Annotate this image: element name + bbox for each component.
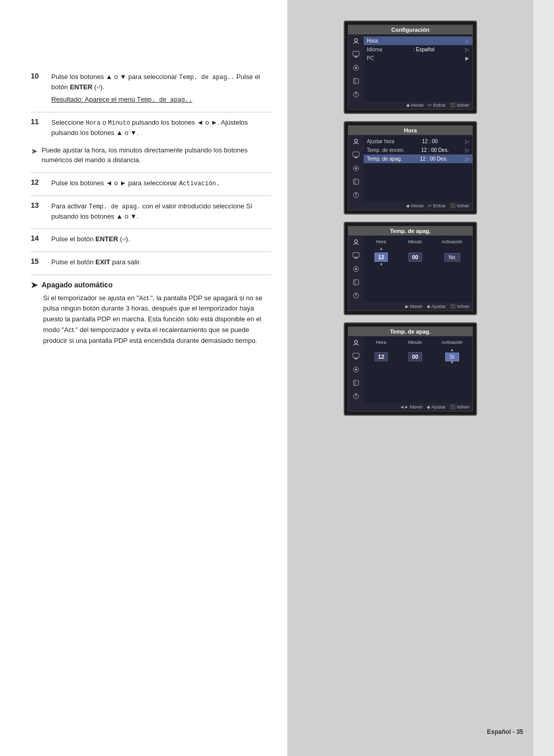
sidebar-icons-1 <box>348 34 364 101</box>
step-number-10: 10 <box>31 72 46 80</box>
timer-minuto-val-1: 00 <box>408 253 422 262</box>
sidebar-icon-1e <box>351 90 361 99</box>
screen-temp-apag-2-title: Temp. de apag. <box>348 327 472 336</box>
timer-hora-val-1: 12 <box>374 253 388 262</box>
svg-point-18 <box>354 240 358 243</box>
col-header-activacion-2: Activación <box>435 340 470 345</box>
svg-rect-11 <box>354 157 358 158</box>
sidebar-icon-2a <box>351 137 361 146</box>
svg-point-22 <box>355 268 357 270</box>
step-10-text: Pulse los botones ▲ o ▼ para seleccionar… <box>51 73 260 91</box>
step-10-result: Resultado: Aparece el menú Temp. de apag… <box>51 94 272 105</box>
sidebar-icon-1a <box>351 36 361 46</box>
menu-row-hora: Hora ▷ <box>364 36 472 45</box>
up-hora-1: ▲ <box>367 246 395 251</box>
sidebar-icons-2 <box>348 135 364 202</box>
hora-arrow: ▷ <box>465 38 469 44</box>
footer-mover-2: ◆ Mover <box>406 203 424 208</box>
step-13: 13 Para activar Temp. de apag. con el va… <box>31 201 272 222</box>
label-ajustar-hora: Ajustar hora <box>367 139 394 144</box>
value-ajustar-hora: 12 : 00 <box>422 139 438 144</box>
sidebar-icons-4 <box>348 336 364 403</box>
step-number-15: 15 <box>31 257 46 265</box>
svg-point-27 <box>354 340 358 343</box>
svg-rect-29 <box>354 358 358 359</box>
col-header-hora-1: Hora <box>367 239 395 244</box>
step-number-14: 14 <box>31 234 46 242</box>
footer-volver-4: ⬛ Volver <box>450 404 469 410</box>
footer-volver-2: ⬛ Volver <box>450 203 469 208</box>
step-11-content: Seleccione Hora o Minuto pulsando los bo… <box>51 118 272 138</box>
menu-row-idioma: Idioma : Español ▷ <box>364 45 472 54</box>
step-12: 12 Pulse los botones ◄ o ► para seleccio… <box>31 178 272 188</box>
sidebar-icon-4e <box>351 392 361 401</box>
step-15: 15 Pulse el botón EXIT para salir. <box>31 257 272 267</box>
sidebar-icon-3e <box>351 291 361 300</box>
menu-label-hora: Hora <box>367 38 378 44</box>
col-header-minuto-1: Minuto <box>401 239 429 244</box>
svg-point-4 <box>355 67 357 69</box>
step-10: 10 Pulse los botones ▲ o ▼ para seleccio… <box>31 72 272 105</box>
col-header-activacion-1: Activación <box>435 239 470 244</box>
screen-temp-apag-2-content: Hora Minuto Activación 12 00 ▲ <box>364 336 472 403</box>
sidebar-icon-4d <box>351 378 361 387</box>
sidebar-icon-3a <box>351 238 361 247</box>
screens-column: Configuración <box>287 0 533 756</box>
sidebar-icon-3b <box>351 251 361 260</box>
timer-minuto-val-2: 00 <box>408 352 422 361</box>
step-14-content: Pulse el botón ENTER (⏎). <box>51 234 272 244</box>
down-hora-1: ▼ <box>367 262 395 267</box>
footer-entrar-2: ↩ Entrar <box>428 203 446 208</box>
menu-label-pc: PC <box>367 55 374 61</box>
apagado-text: Si el temporizador se ajusta en "Act.", … <box>43 293 272 346</box>
step-11: 11 Seleccione Hora o Minuto pulsando los… <box>31 118 272 138</box>
value-temp-encen: 12 : 00 Des. <box>421 147 449 153</box>
temp-encen-arrow: ▷ <box>465 147 469 153</box>
svg-point-31 <box>355 369 357 371</box>
col-header-hora-2: Hora <box>367 340 395 345</box>
svg-point-13 <box>355 167 357 169</box>
up-activacion-2: ▲ <box>435 347 470 352</box>
apagado-title: ➤ Apagado automático <box>31 280 272 290</box>
screen-configuracion-content: Hora ▷ Idioma : Español ▷ PC ▶ <box>364 34 472 101</box>
timer-activacion-val-1: No <box>444 253 460 262</box>
svg-rect-28 <box>353 353 359 358</box>
footer-entrar-1: ↩ Entrar <box>428 103 446 108</box>
apagado-title-text: Apagado automático <box>42 281 112 289</box>
svg-rect-32 <box>353 380 359 385</box>
idioma-value: : Español <box>413 47 434 52</box>
sidebar-icon-1c <box>351 63 361 72</box>
footer-ajustar-4: ◆ Ajustar <box>427 404 446 410</box>
sidebar-icon-4c <box>351 365 361 374</box>
value-temp-apag: 12 : 00 Des. <box>420 156 448 162</box>
step-10-content: Pulse los botones ▲ o ▼ para seleccionar… <box>51 72 272 105</box>
down-activacion-2: ▼ <box>435 360 470 365</box>
tip-arrow-icon: ➤ <box>31 146 37 156</box>
screen-3-footer: ▶ Mover ◆ Ajustar ⬛ Volver <box>348 302 472 311</box>
screen-temp-apag-1-title: Temp. de apag. <box>348 226 472 236</box>
svg-rect-1 <box>353 51 359 56</box>
screen-configuracion-title: Configuración <box>348 25 472 34</box>
label-temp-encen: Temp. de encen. <box>367 147 405 153</box>
footer-mover-3: ▶ Mover <box>405 304 423 309</box>
screen-configuracion: Configuración <box>344 21 477 114</box>
sidebar-icon-1b <box>351 50 361 59</box>
footer-ajustar-3: ◆ Ajustar <box>427 304 446 309</box>
sidebar-icon-2b <box>351 150 361 160</box>
svg-rect-5 <box>353 79 359 84</box>
screen-2-footer: ◆ Mover ↩ Entrar ⬛ Volver <box>348 202 472 210</box>
col-header-minuto-2: Minuto <box>401 340 429 345</box>
temp-apag-arrow: ▷ <box>465 156 469 162</box>
sidebar-icon-2e <box>351 190 361 200</box>
step-15-content: Pulse el botón EXIT para salir. <box>51 257 272 267</box>
timer-hora-val-2: 12 <box>374 352 388 361</box>
svg-point-9 <box>354 139 358 142</box>
menu-row-temp-encen: Temp. de encen. 12 : 00 Des. ▷ <box>364 146 472 154</box>
sidebar-icon-2d <box>351 177 361 186</box>
label-temp-apag: Temp. de apag. <box>367 156 402 162</box>
svg-point-0 <box>354 38 358 42</box>
svg-rect-23 <box>353 280 359 285</box>
apagado-section: ➤ Apagado automático Si el temporizador … <box>31 280 272 346</box>
step-number-12: 12 <box>31 178 46 186</box>
pc-arrow: ▶ <box>465 55 469 61</box>
